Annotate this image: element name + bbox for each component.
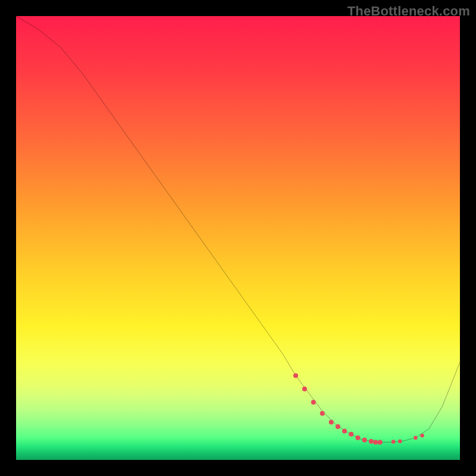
scatter-point [373,440,378,444]
scatter-point [302,387,307,392]
scatter-point [349,432,353,437]
scatter-point [398,439,402,443]
scatter-point [392,440,395,443]
scatter-point [311,400,316,405]
scatter-point [362,437,367,442]
chart-curve [16,16,460,442]
scatter-point [336,424,340,429]
scatter-point [369,439,374,444]
scatter-point [329,420,334,425]
scatter-point [320,411,325,416]
scatter-point [414,436,417,439]
scatter-point [355,436,360,440]
scatter-point [378,440,383,444]
chart-svg [16,16,460,460]
scatter-point [293,373,298,378]
scatter-point [420,434,424,437]
chart-scatter-points [293,373,424,444]
chart-plot-area [16,16,460,460]
scatter-point [342,429,347,434]
chart-frame: TheBottleneck.com [0,0,476,476]
